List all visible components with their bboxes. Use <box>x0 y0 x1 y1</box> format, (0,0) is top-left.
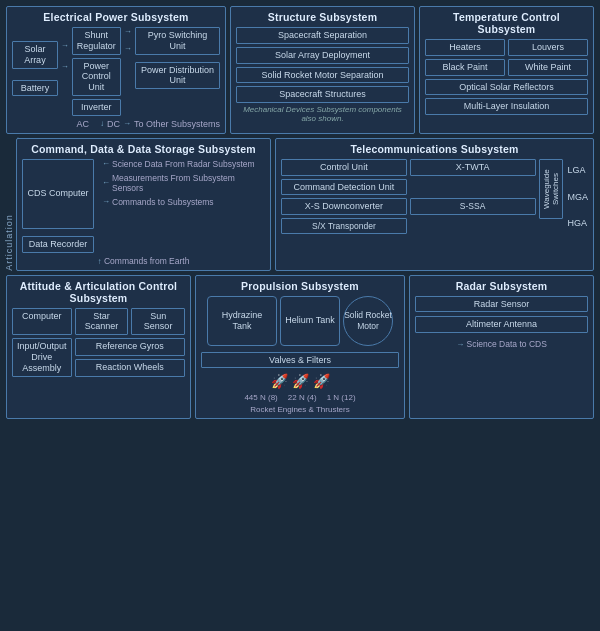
helium: Helium Tank <box>280 296 340 346</box>
power-dist: Power Distribution Unit <box>135 62 220 90</box>
arrow-right-5: → <box>123 119 131 128</box>
inverter: Inverter <box>72 99 121 116</box>
cds-title: Command, Data & Data Storage Subsystem <box>22 143 265 155</box>
data-recorder: Data Recorder <box>22 236 94 253</box>
arrow-radar: → <box>456 340 464 349</box>
mli: Multi-Layer Insulation <box>425 98 588 115</box>
radar-sensor: Radar Sensor <box>415 296 588 313</box>
control-unit: Control Unit <box>281 159 407 176</box>
cds-line2: Measurements From Subsystem Sensors <box>112 173 265 193</box>
science-data: → Science Data to CDS <box>415 339 588 349</box>
xs-down: X-S Downconverter <box>281 198 407 215</box>
engines-label: Rocket Engines & Thrusters <box>201 405 399 414</box>
reference-gyros: Reference Gyros <box>75 338 185 356</box>
engine-label-3: 1 N (12) <box>327 393 356 402</box>
altimeter: Altimeter Antenna <box>415 316 588 333</box>
structure-items: Spacecraft Separation Solar Array Deploy… <box>236 27 409 103</box>
solid-rocket: Solid Rocket Motor <box>343 296 393 346</box>
cds-line1: Science Data From Radar Subsystem <box>112 159 255 169</box>
mga-label: MGA <box>568 192 589 202</box>
sssa: S-SSA <box>410 198 536 214</box>
cds-line3: Commands to Subsystems <box>112 197 214 207</box>
rocket-icon-2: 🚀 <box>292 373 309 389</box>
eps-title: Electrical Power Subsystem <box>12 11 220 23</box>
aacs-subsystem: Attitude & Articulation Control Subsyste… <box>6 275 191 420</box>
engine-label-2: 22 N (4) <box>288 393 317 402</box>
structure-subsystem: Structure Subsystem Spacecraft Separatio… <box>230 6 415 134</box>
aacs-computer: Computer <box>12 308 72 336</box>
struct-item-3: Spacecraft Structures <box>236 86 409 103</box>
hydrazine: Hydrazine Tank <box>207 296 277 346</box>
sx-transponder: S/X Transponder <box>281 218 407 234</box>
heaters: Heaters <box>425 39 505 56</box>
radar-subsystem: Radar Subsystem Radar Sensor Altimeter A… <box>409 275 594 420</box>
star-scanner: Star Scanner <box>75 308 129 336</box>
shunt-regulator: Shunt Regulator <box>72 27 121 55</box>
arrow-cds-2: ← <box>102 178 110 187</box>
cds-bottom: ↑ Commands from Earth <box>22 256 265 266</box>
command-detect: Command Detection Unit <box>281 179 407 196</box>
structure-note: Mechanical Devices Subsystem components … <box>236 105 409 123</box>
to-other: To Other Subsystems <box>134 119 220 129</box>
xtwta: X-TWTA <box>410 159 536 176</box>
hga-label: HGA <box>568 218 589 228</box>
aacs-title: Attitude & Articulation Control Subsyste… <box>12 280 185 304</box>
ac-label: AC <box>76 119 89 129</box>
prop-title: Propulsion Subsystem <box>201 280 399 292</box>
temp-subsystem: Temperature Control Subsystem Heaters Lo… <box>419 6 594 134</box>
valves-filters: Valves & Filters <box>201 352 399 369</box>
power-control: Power Control Unit <box>72 58 121 96</box>
telecom-title: Telecommunications Subsystem <box>281 143 588 155</box>
arrow-cds-3: → <box>102 197 110 206</box>
arrow-down: ↓ <box>100 119 104 128</box>
temp-title: Temperature Control Subsystem <box>425 11 588 35</box>
struct-item-1: Solar Array Deployment <box>236 47 409 64</box>
struct-item-2: Solid Rocket Motor Separation <box>236 67 409 84</box>
reaction-wheels: Reaction Wheels <box>75 359 185 377</box>
pyro-switching: Pyro Switching Unit <box>135 27 220 55</box>
battery: Battery <box>12 80 58 97</box>
rocket-icon-3: 🚀 <box>313 373 330 389</box>
cds-subsystem: Command, Data & Data Storage Subsystem C… <box>16 138 271 271</box>
input-output: Input/Output Drive Assembly <box>12 338 72 376</box>
arrow-right-4: → <box>124 44 132 53</box>
sun-sensor: Sun Sensor <box>131 308 185 336</box>
dc-label: DC <box>107 119 120 129</box>
arrow-right-3: → <box>124 27 132 36</box>
white-paint: White Paint <box>508 59 588 76</box>
arrow-right-2: → <box>61 62 69 71</box>
louvers: Louvers <box>508 39 588 56</box>
cds-computer: CDS Computer <box>22 159 94 229</box>
propulsion-subsystem: Propulsion Subsystem Hydrazine Tank Heli… <box>195 275 405 420</box>
osr: Optical Solar Reflectors <box>425 79 588 96</box>
struct-item-0: Spacecraft Separation <box>236 27 409 44</box>
lga-label: LGA <box>568 165 589 175</box>
telecom-subsystem: Telecommunications Subsystem Control Uni… <box>275 138 594 271</box>
rocket-icon-1: 🚀 <box>271 373 288 389</box>
arrow-cds-1: ← <box>102 159 110 168</box>
eps-subsystem: Electrical Power Subsystem Solar Array B… <box>6 6 226 134</box>
radar-title: Radar Subsystem <box>415 280 588 292</box>
black-paint: Black Paint <box>425 59 505 76</box>
solar-array: Solar Array <box>12 41 58 69</box>
structure-title: Structure Subsystem <box>236 11 409 23</box>
arrow-cds-4: ↑ <box>98 257 102 266</box>
engine-label-1: 445 N (8) <box>244 393 277 402</box>
waveguide-switches: Waveguide Switches <box>539 159 563 219</box>
arrow-right-1: → <box>61 41 69 50</box>
